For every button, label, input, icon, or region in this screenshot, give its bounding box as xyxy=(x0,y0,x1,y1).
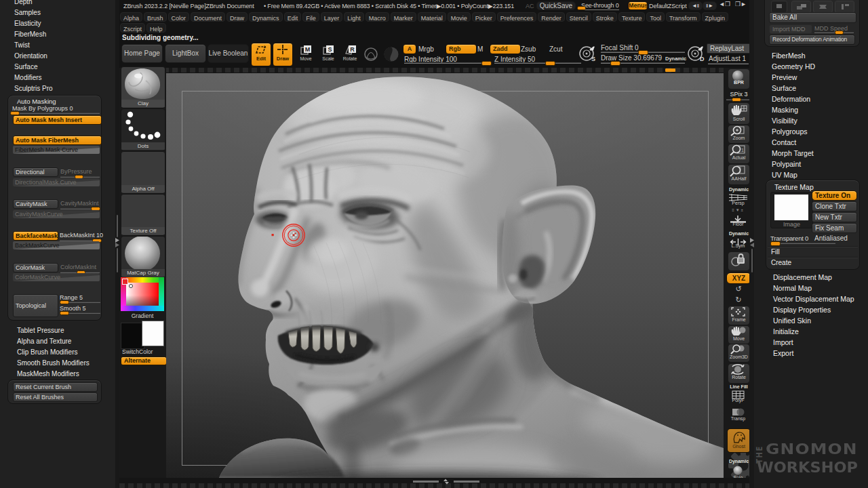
draw-size-handle[interactable] xyxy=(610,61,620,66)
palette-section[interactable]: Surface xyxy=(14,62,37,73)
zoom-button[interactable]: Zoom xyxy=(728,125,750,144)
antialiased-toggle[interactable]: Antialiased xyxy=(814,235,848,242)
menu-item[interactable]: Macro xyxy=(366,12,389,22)
menu-item[interactable]: Draw xyxy=(226,12,248,22)
menu-item[interactable]: Tool xyxy=(646,12,665,22)
create-subsection[interactable]: Create xyxy=(771,259,791,266)
smooth-handle[interactable] xyxy=(60,311,69,315)
tool-section[interactable]: Export xyxy=(773,349,793,358)
palette-section[interactable]: Orientation xyxy=(14,51,47,62)
tool-section[interactable]: Import xyxy=(773,338,793,347)
current-material-thumbnail[interactable]: MatCap Gray xyxy=(121,236,165,278)
bottom-divider-handle[interactable] xyxy=(413,479,479,484)
rgb-intensity-handle[interactable] xyxy=(481,61,492,66)
topological-button[interactable]: Topological xyxy=(13,294,58,317)
xyz-button[interactable]: XYZ xyxy=(726,272,751,284)
palette-section[interactable]: Sculptris Pro xyxy=(14,83,53,94)
menu-item[interactable]: Transform xyxy=(666,12,701,22)
by-pressure-slider[interactable]: ByPressure xyxy=(60,168,92,175)
polyf-button[interactable]: PolyF xyxy=(728,390,749,403)
brush-subsection[interactable]: Clip Brush Modifiers xyxy=(17,348,77,357)
focal-shift-slider[interactable]: Focal Shift 0 xyxy=(601,44,639,52)
clone-txtr-button[interactable]: Clone Txtr xyxy=(812,201,857,211)
menu-item[interactable]: Movie xyxy=(448,12,471,22)
tool-section[interactable]: Polypaint xyxy=(772,160,801,169)
menu-item[interactable]: Texture xyxy=(618,12,646,22)
cavity-mask-curve[interactable]: CavityMaskCurve xyxy=(13,210,100,218)
menu-item[interactable]: Zscript xyxy=(120,23,145,33)
brush-subsection[interactable]: Tablet Pressure xyxy=(17,326,64,335)
auto-mask-fibermesh-button[interactable]: Auto Mask FiberMesh xyxy=(13,136,102,145)
tool-section[interactable]: Polygroups xyxy=(772,127,808,136)
texture-image[interactable] xyxy=(774,195,808,220)
menu-item[interactable]: Render xyxy=(538,12,565,22)
right-tray-divider[interactable] xyxy=(749,0,754,488)
copy-next-icon[interactable]: ❐► xyxy=(735,1,750,9)
menu-item[interactable]: Brush xyxy=(144,12,167,22)
reset-all-brushes-button[interactable]: Reset All Brushes xyxy=(13,392,98,402)
texture-on-button[interactable]: Texture On xyxy=(812,190,857,201)
tool-section[interactable]: Vector Displacement Map xyxy=(773,295,854,304)
stroke-preview-icon[interactable] xyxy=(363,47,378,62)
back-mask-curve[interactable]: BackMaskCurve xyxy=(13,241,100,249)
color-mask-int-slider[interactable]: ColorMaskInt xyxy=(60,264,96,270)
replay-last-button[interactable]: ReplayLast xyxy=(707,43,753,54)
live-boolean-button[interactable]: Live Boolean xyxy=(208,44,249,63)
menu-item[interactable]: Dynamics xyxy=(249,12,283,22)
stroke-curve-dial-icon[interactable]: S xyxy=(578,45,597,64)
menu-item[interactable]: Stroke xyxy=(593,12,617,22)
home-page-button[interactable]: Home Page xyxy=(121,44,163,63)
menu-item[interactable]: Picker xyxy=(472,12,496,22)
fill-subsection[interactable]: Fill xyxy=(771,248,780,256)
range-handle[interactable] xyxy=(60,300,69,304)
bottom-tray-divider[interactable] xyxy=(119,483,749,488)
dynamic-toggle[interactable]: Dynamic xyxy=(665,56,686,62)
cavity-mask-int-slider[interactable]: CavityMaskInt xyxy=(60,200,99,207)
brush-subsection[interactable]: MaskMesh Modifiers xyxy=(17,369,79,378)
transp-button[interactable]: Transp xyxy=(728,407,749,422)
backface-mask-button[interactable]: BackfaceMask xyxy=(13,231,58,241)
replay-dial-icon[interactable]: D xyxy=(686,45,705,64)
layer-icon-button-3[interactable] xyxy=(813,1,833,13)
layer-icon-button-1[interactable] xyxy=(771,1,787,13)
brush-subsection[interactable]: Alpha and Texture xyxy=(17,337,71,346)
directional-mask-curve[interactable]: DirectionalMask Curve xyxy=(13,178,100,186)
menu-item[interactable]: Alpha xyxy=(120,12,142,22)
menu-item[interactable]: Light xyxy=(344,12,364,22)
quicksave-button[interactable]: QuickSave xyxy=(536,1,576,10)
sculpt-model[interactable] xyxy=(212,77,724,478)
tool-section[interactable]: Unified Skin xyxy=(773,317,811,325)
palette-section[interactable]: Depth xyxy=(14,0,33,7)
color-mask-button[interactable]: ColorMask xyxy=(13,263,58,272)
tool-section[interactable]: Morph Target xyxy=(772,149,814,158)
import-mdd-button[interactable]: Import MDD xyxy=(769,24,812,34)
menu-item[interactable]: Preferences xyxy=(497,12,537,22)
m-toggle[interactable]: M xyxy=(477,45,483,53)
zoom3d-button[interactable]: Zoom3D xyxy=(728,344,750,363)
tool-section[interactable]: Initialize xyxy=(773,327,799,336)
rgb-toggle[interactable]: Rgb xyxy=(446,44,477,54)
see-through-handle[interactable] xyxy=(577,6,586,10)
draw-size-slider[interactable]: Draw Size 30.69679 xyxy=(601,54,662,62)
move-3d-button[interactable]: Move xyxy=(728,325,750,344)
back-mask-int-slider[interactable]: BackMaskInt 10 xyxy=(60,232,103,239)
current-texture-thumbnail[interactable]: Texture Off xyxy=(121,194,165,236)
scroll-button[interactable]: Scroll xyxy=(728,102,750,125)
draw-button[interactable]: Draw xyxy=(273,43,293,66)
z-intensity-handle[interactable] xyxy=(545,61,555,66)
see-through-slider[interactable]: See-through 0 xyxy=(581,2,619,10)
local-pivot-button[interactable] xyxy=(728,251,750,271)
persp-button[interactable]: Persp xyxy=(728,192,749,206)
zadd-toggle[interactable]: Zadd xyxy=(490,44,521,54)
mrgb-toggle[interactable]: Mrgb xyxy=(418,45,434,53)
bpr-button[interactable]: BPR xyxy=(728,68,750,89)
bake-all-button[interactable]: Bake All xyxy=(769,12,856,23)
zsub-toggle[interactable]: Zsub xyxy=(521,45,536,53)
tool-section[interactable]: Surface xyxy=(772,84,796,93)
aahalf-button[interactable]: AAHalf xyxy=(728,164,750,185)
document-canvas[interactable] xyxy=(166,73,724,478)
tool-section[interactable]: Normal Map xyxy=(773,284,812,293)
transparent-handle[interactable] xyxy=(770,241,781,246)
tool-section[interactable]: Geometry HD xyxy=(772,62,815,71)
layer-icon-button-4[interactable] xyxy=(835,1,854,13)
